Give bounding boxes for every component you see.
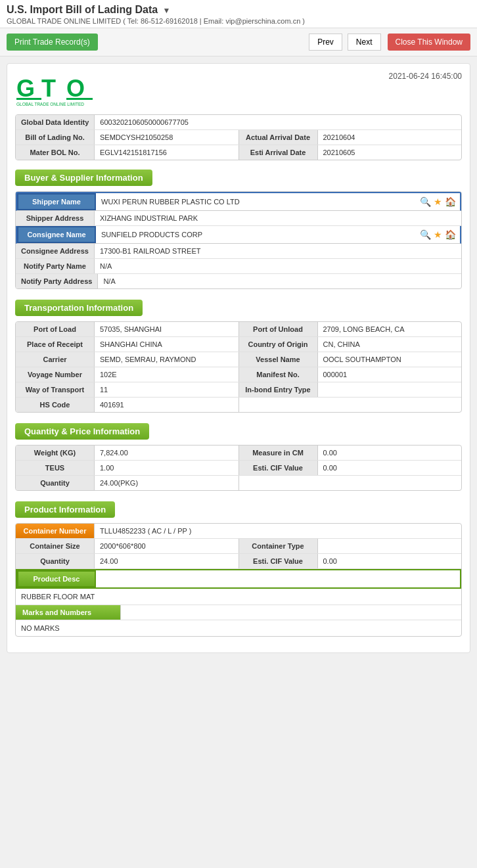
notify-address-cell: Notify Party Address N/A: [16, 274, 461, 288]
product-desc-value-row: RUBBER FLOOR MAT: [16, 589, 461, 605]
teus-cell: TEUS 1.00: [16, 461, 238, 475]
dropdown-arrow[interactable]: ▼: [163, 6, 171, 15]
identity-table: Global Data Identity 6003202106050000677…: [15, 114, 462, 160]
esti-arrival-label: Esti Arrival Date: [239, 145, 318, 160]
vessel-value: OOCL SOUTHAMPTON: [318, 352, 462, 367]
teus-cif-row: TEUS 1.00 Esti. CIF Value 0.00: [16, 461, 461, 476]
quantity-price-section: Quantity & Price Information Weight (KG)…: [15, 421, 462, 491]
manifest-value: 000001: [318, 367, 462, 382]
next-button[interactable]: Next: [348, 34, 381, 51]
consignee-address-label: Consignee Address: [16, 244, 95, 258]
qty-filler: [238, 476, 462, 490]
global-data-value: 6003202106050000677705: [95, 115, 461, 129]
main-content: G T O GLOBAL TRADE ONLINE LIMITED 2021-0…: [7, 63, 470, 653]
transportation-table: Port of Load 57035, SHANGHAI Port of Unl…: [15, 321, 462, 413]
shipper-name-cell: Shipper Name WUXI PERUN RUBBER PLASTIC C…: [17, 193, 420, 210]
marks-cell: Marks and Numbers: [16, 605, 461, 620]
voyage-value: 102E: [95, 367, 238, 382]
subtitle: GLOBAL TRADE ONLINE LIMITED ( Tel: 86-51…: [7, 17, 470, 25]
product-header: Product Information: [15, 501, 115, 518]
search-icon[interactable]: 🔍: [420, 196, 431, 207]
home-icon-consignee[interactable]: 🏠: [445, 229, 456, 240]
shipper-address-value: XIZHANG INDUSTRIAL PARK: [95, 211, 461, 225]
logo: G T O GLOBAL TRADE ONLINE LIMITED: [15, 72, 101, 108]
receipt-label: Place of Receipt: [16, 337, 95, 352]
shipper-address-cell: Shipper Address XIZHANG INDUSTRIAL PARK: [16, 211, 461, 225]
hs-code-label: HS Code: [16, 398, 95, 412]
container-size-label: Container Size: [16, 539, 95, 553]
way-value: 11: [95, 382, 238, 397]
way-inbond-row: Way of Transport 11 In-bond Entry Type: [16, 382, 461, 398]
notify-address-label: Notify Party Address: [16, 274, 98, 288]
container-size-value: 2000*606*800: [95, 539, 238, 553]
carrier-value: SEMD, SEMRAU, RAYMOND: [95, 352, 238, 367]
way-label: Way of Transport: [16, 382, 95, 397]
way-cell: Way of Transport 11: [16, 382, 238, 397]
notify-address-value: N/A: [98, 274, 461, 288]
prod-qty-cell: Quantity 24.00: [16, 554, 238, 568]
inbond-cell: In-bond Entry Type: [238, 382, 462, 397]
consignee-address-value: 17300-B1 RAILROAD STREET: [95, 244, 461, 258]
consignee-icons: 🔍 ★ 🏠: [420, 229, 460, 240]
notify-name-cell: Notify Party Name N/A: [16, 259, 461, 273]
manifest-cell: Manifest No. 000001: [238, 367, 462, 382]
product-desc-row: Product Desc: [16, 569, 461, 589]
buyer-supplier-section: Buyer & Supplier Information Shipper Nam…: [15, 167, 462, 289]
consignee-name-row: Consignee Name SUNFIELD PRODUCTS CORP 🔍 …: [16, 226, 461, 244]
logo-svg: G T O GLOBAL TRADE ONLINE LIMITED: [15, 72, 101, 108]
star-icon[interactable]: ★: [434, 196, 442, 207]
prod-cif-cell: Esti. CIF Value 0.00: [238, 554, 462, 568]
prod-cif-label: Esti. CIF Value: [239, 554, 318, 568]
measure-label: Measure in CM: [239, 445, 318, 460]
container-type-cell: Container Type: [238, 539, 462, 553]
marks-value: NO MARKS: [16, 620, 461, 636]
vessel-label: Vessel Name: [239, 352, 318, 367]
notify-name-value: N/A: [95, 259, 461, 273]
prod-cif-value: 0.00: [318, 554, 462, 568]
product-desc-label: Product Desc: [17, 570, 96, 587]
voyage-label: Voyage Number: [16, 367, 95, 382]
container-size-type-row: Container Size 2000*606*800 Container Ty…: [16, 539, 461, 554]
mater-bol-value: EGLV142151817156: [95, 145, 238, 160]
hs-code-cell: HS Code 401691: [16, 398, 238, 412]
product-table: Container Number TLLU4852233 ( AC / L / …: [15, 523, 462, 637]
search-icon-consignee[interactable]: 🔍: [420, 229, 431, 240]
notify-name-label: Notify Party Name: [16, 259, 95, 273]
marks-row: Marks and Numbers: [16, 605, 461, 620]
country-origin-value: CN, CHINA: [318, 337, 462, 352]
qty-row: Quantity 24.00(PKG): [16, 476, 461, 490]
shipper-name-value: WUXI PERUN RUBBER PLASTIC CO LTD: [96, 194, 420, 209]
qty-label: Quantity: [16, 476, 95, 490]
mater-bol-label: Mater BOL No.: [16, 145, 95, 160]
esti-cif-label: Esti. CIF Value: [239, 461, 318, 475]
port-load-cell: Port of Load 57035, SHANGHAI: [16, 322, 238, 336]
star-icon-consignee[interactable]: ★: [434, 229, 442, 240]
port-load-label: Port of Load: [16, 322, 95, 336]
transportation-header: Transportation Information: [15, 300, 143, 316]
qty-cell: Quantity 24.00(PKG): [16, 476, 238, 490]
container-type-value: [318, 543, 462, 549]
container-size-cell: Container Size 2000*606*800: [16, 539, 238, 553]
container-number-value: TLLU4852233 ( AC / L / PP ): [95, 524, 461, 538]
prev-button[interactable]: Prev: [309, 34, 342, 51]
mater-bol-cell: Mater BOL No. EGLV142151817156: [16, 145, 238, 160]
voyage-cell: Voyage Number 102E: [16, 367, 238, 382]
product-desc-value-cell: RUBBER FLOOR MAT: [16, 589, 461, 605]
country-origin-cell: Country of Origin CN, CHINA: [238, 337, 462, 352]
svg-rect-3: [16, 98, 41, 100]
hs-code-filler: [238, 398, 462, 412]
svg-text:GLOBAL TRADE ONLINE LIMITED: GLOBAL TRADE ONLINE LIMITED: [16, 102, 84, 106]
shipper-name-row: Shipper Name WUXI PERUN RUBBER PLASTIC C…: [16, 192, 461, 211]
print-button[interactable]: Print Trade Record(s): [7, 34, 98, 51]
marks-value-cell: NO MARKS: [16, 620, 461, 636]
close-button[interactable]: Close This Window: [388, 34, 470, 51]
carrier-label: Carrier: [16, 352, 95, 367]
inbond-value: [318, 386, 462, 393]
teus-label: TEUS: [16, 461, 95, 475]
consignee-address-row: Consignee Address 17300-B1 RAILROAD STRE…: [16, 244, 461, 259]
port-unload-label: Port of Unload: [239, 322, 318, 336]
home-icon[interactable]: 🏠: [445, 196, 456, 207]
datetime: 2021-06-24 16:45:00: [389, 72, 462, 81]
svg-text:G: G: [16, 75, 35, 102]
manifest-label: Manifest No.: [239, 367, 318, 382]
